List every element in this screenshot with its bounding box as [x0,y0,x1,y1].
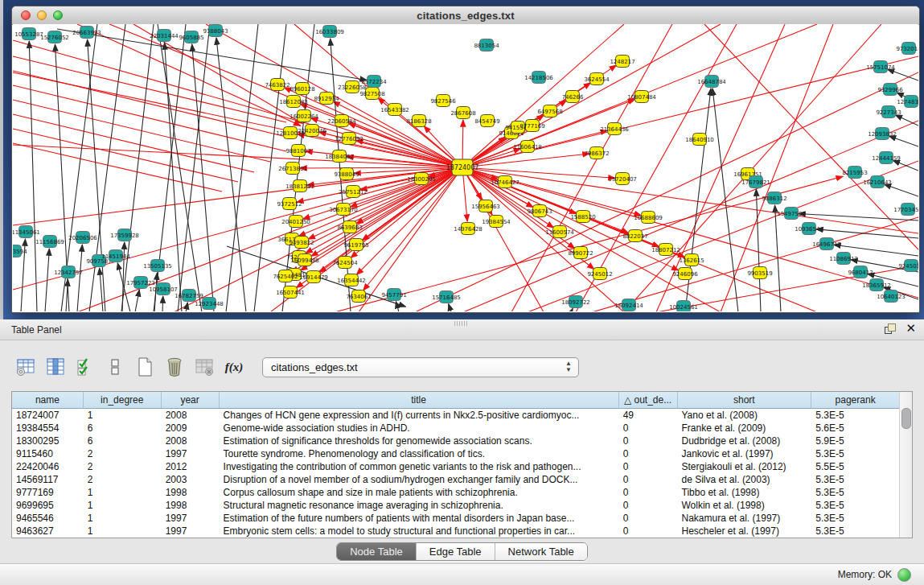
table-cell[interactable]: Wolkin et al. (1998) [678,499,812,512]
table-cell[interactable]: Estimation of significance thresholds fo… [220,435,619,447]
table-cell[interactable]: 2 [84,447,162,460]
table-cell[interactable]: 2 [84,460,162,473]
table-row[interactable]: 1456911722003Disruption of a novel membe… [12,473,900,486]
function-builder-icon[interactable]: f(x) [223,356,245,377]
delete-table-icon-disabled[interactable] [193,356,216,377]
table-cell[interactable]: 0 [619,460,678,473]
table-cell[interactable]: 0 [619,499,678,512]
scrollbar-thumb[interactable] [901,408,911,429]
table-cell[interactable]: Investigating the contribution of common… [220,460,619,473]
table-cell[interactable]: 2009 [162,422,220,435]
table-cell[interactable]: 6 [84,422,162,435]
table-cell[interactable]: 5.3E-5 [811,486,900,499]
table-vertical-scrollbar[interactable] [899,392,912,538]
table-cell[interactable]: 0 [619,525,678,538]
table-cell[interactable]: 5.3E-5 [811,525,900,538]
table-cell[interactable]: 0 [619,435,678,447]
table-cell[interactable]: Yano et al. (2008) [678,409,812,422]
table-cell[interactable]: 5.9E-5 [811,435,900,447]
table-cell[interactable]: 9463627 [12,525,84,538]
table-cell[interactable]: Genome-wide association studies in ADHD. [220,422,619,435]
table-row[interactable]: 946362711997Embryonic stem cells: a mode… [12,525,900,538]
network-table-select[interactable]: citations_edges.txt▲▼ [262,357,579,377]
table-cell[interactable]: 18300295 [12,435,84,447]
column-header-out_de[interactable]: △ out_de... [619,392,678,408]
table-cell[interactable]: 9699695 [12,499,84,512]
show-columns-icon[interactable] [44,356,67,377]
tab-network-table[interactable]: Network Table [495,543,587,560]
table-cell[interactable]: 5.6E-5 [811,422,900,435]
table-cell[interactable]: 5.3E-5 [811,473,900,486]
delete-column-icon[interactable] [163,356,186,377]
table-row[interactable]: 2242004622012Investigating the contribut… [12,460,900,473]
table-row[interactable]: 1830029562008Estimation of significance … [12,435,900,447]
table-cell[interactable]: 1997 [162,512,220,525]
table-cell[interactable]: 1997 [162,525,220,538]
table-row[interactable]: 911546021997Tourette syndrome. Phenomeno… [12,447,900,460]
table-panel-titlebar[interactable]: Table Panel ✕ [0,320,924,340]
table-cell[interactable]: Changes of HCN gene expression and I(f) … [220,409,619,422]
table-cell[interactable]: 1998 [162,499,220,512]
table-row[interactable]: 969969511998Structural magnetic resonanc… [12,499,900,512]
table-cell[interactable]: Stergiakouli et al. (2012) [678,460,812,473]
new-column-icon[interactable] [133,356,156,377]
table-cell[interactable]: 0 [619,473,678,486]
table-cell[interactable]: 9465546 [12,512,84,525]
table-cell[interactable]: 0 [619,512,678,525]
column-header-in_degree[interactable]: in_degree [84,392,162,408]
table-cell[interactable]: 49 [619,409,678,422]
table-cell[interactable]: Estimation of the future numbers of pati… [220,512,619,525]
table-cell[interactable]: Tourette syndrome. Phenomenology and cla… [220,447,619,460]
table-cell[interactable]: 19384554 [12,422,84,435]
close-panel-icon[interactable]: ✕ [906,323,916,334]
tab-edge-table[interactable]: Edge Table [417,543,495,560]
table-cell[interactable]: 1998 [162,486,220,499]
column-header-pagerank[interactable]: pagerank [811,392,900,408]
table-cell[interactable]: 1 [84,409,162,422]
table-cell[interactable]: 0 [619,486,678,499]
table-cell[interactable]: 1997 [162,447,220,460]
table-cell[interactable]: 1 [84,525,162,538]
table-cell[interactable]: 5.3E-5 [811,512,900,525]
table-cell[interactable]: Hescheler et al. (1997) [678,525,812,538]
window-titlebar[interactable]: citations_edges.txt [12,6,919,25]
table-row[interactable]: 946554611997Estimation of the future num… [12,512,900,525]
memory-status-icon[interactable] [897,568,911,582]
table-cell[interactable]: 2 [84,473,162,486]
row-selection-icon[interactable] [104,356,126,377]
table-cell[interactable]: de Silva et al. (2003) [678,473,812,486]
table-cell[interactable]: Dudbridge et al. (2008) [678,435,812,447]
tab-node-table[interactable]: Node Table [337,543,417,560]
table-row[interactable]: 1872400712008Changes of HCN gene express… [12,409,900,422]
table-cell[interactable]: 1 [84,486,162,499]
table-cell[interactable]: 22420046 [12,460,84,473]
table-cell[interactable]: Disruption of a novel member of a sodium… [220,473,619,486]
column-header-name[interactable]: name [12,392,84,408]
table-cell[interactable]: Nakamura et al. (1997) [678,512,812,525]
table-cell[interactable]: 14569117 [12,473,84,486]
table-cell[interactable]: 1 [84,512,162,525]
table-row[interactable]: 1938455462009Genome-wide association stu… [12,422,900,435]
table-cell[interactable]: 9777169 [12,486,84,499]
column-header-year[interactable]: year [162,392,220,408]
column-header-title[interactable]: title [220,392,619,408]
table-cell[interactable]: 5.3E-5 [811,499,900,512]
table-cell[interactable]: Franke et al. (2009) [678,422,812,435]
table-cell[interactable]: 0 [619,447,678,460]
splitter-grip[interactable] [454,321,467,326]
float-panel-icon[interactable] [885,323,896,334]
table-cell[interactable]: 5.5E-5 [811,460,900,473]
select-all-icon[interactable] [74,356,97,377]
table-cell[interactable]: 5.3E-5 [811,447,900,460]
table-cell[interactable]: 2008 [162,435,220,447]
table-cell[interactable]: 2012 [162,460,220,473]
table-cell[interactable]: Corpus callosum shape and size in male p… [220,486,619,499]
table-cell[interactable]: 5.3E-5 [811,409,900,422]
table-cell[interactable]: Embryonic stem cells: a model to study s… [220,525,619,538]
network-canvas[interactable]: 1872400718612083160022641281007398810072… [13,24,918,311]
table-cell[interactable]: 2003 [162,473,220,486]
table-cell[interactable]: 18724007 [12,409,84,422]
table-cell[interactable]: Jankovic et al. (1997) [678,447,812,460]
table-cell[interactable]: 2008 [162,409,220,422]
table-cell[interactable]: 1 [84,499,162,512]
